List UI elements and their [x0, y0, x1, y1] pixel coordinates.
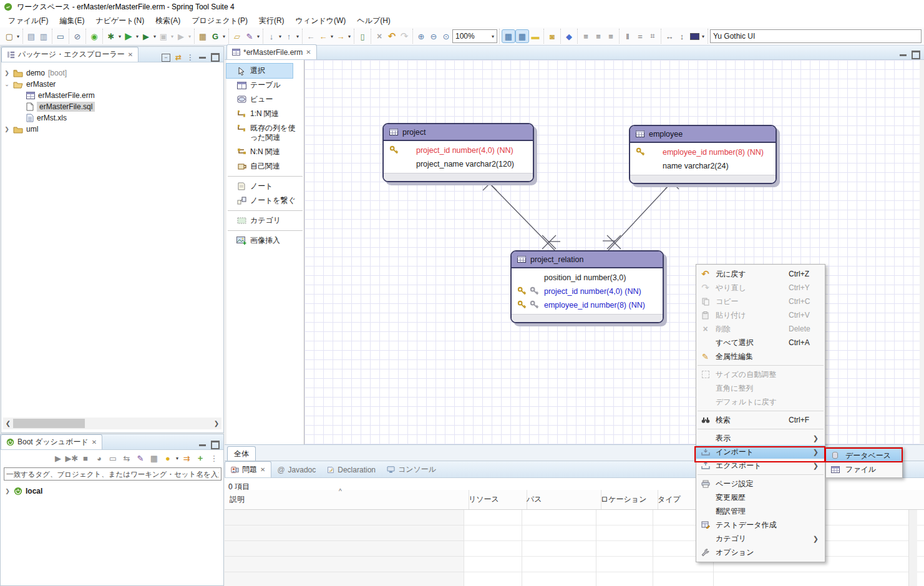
view-menu-icon[interactable]: ⋮ — [207, 452, 221, 464]
column-header-location[interactable]: ロケーション — [596, 490, 658, 509]
erd-column-row[interactable]: employee_id number(8) (NN) — [630, 145, 776, 159]
header-color-dropdown[interactable]: ▾ — [701, 34, 706, 39]
expand-arrow-icon[interactable]: ❯ — [4, 488, 11, 494]
zoom-original-icon[interactable]: ⊙ — [440, 30, 452, 42]
zoom-in-icon[interactable]: ⊕ — [415, 30, 427, 42]
prev-annotation-icon[interactable]: ← — [317, 30, 329, 42]
submenu-item-database[interactable]: データベース — [826, 449, 902, 462]
minimize-icon[interactable] — [199, 444, 206, 446]
view-menu-icon[interactable]: ⋮ — [187, 53, 194, 62]
mark-occurrences-icon[interactable]: ✎ — [243, 30, 256, 42]
boot-devtools-icon[interactable]: ◉ — [88, 30, 100, 42]
palette-insert-image-tool[interactable]: 画像挿入 — [226, 233, 304, 248]
prev-annotation-dropdown[interactable]: ▾ — [329, 34, 334, 39]
close-icon[interactable]: ✕ — [128, 51, 133, 58]
tab-boot-dashboard[interactable]: Boot ダッシュボード ✕ — [1, 434, 102, 449]
menu-item-delete[interactable]: × 削除Delete — [696, 322, 825, 336]
tree-item-ermaster[interactable]: ⌄ erMaster — [4, 79, 223, 90]
scroll-right-icon[interactable]: ❯ — [212, 420, 221, 427]
menu-item-page-setup[interactable]: ページ設定 — [696, 477, 825, 491]
export-tool-dropdown[interactable]: ▾ — [295, 34, 300, 39]
redeploy-icon[interactable]: ⇆ — [120, 452, 134, 464]
menu-item-change-history[interactable]: 変更履歴 — [696, 491, 825, 504]
align-center-icon[interactable]: ≡ — [592, 30, 605, 42]
next-annotation-icon[interactable]: → — [334, 30, 347, 42]
collapse-all-icon[interactable]: − — [162, 54, 170, 62]
collapse-arrow-icon[interactable]: ⌄ — [4, 81, 10, 87]
save-icon[interactable]: ▤ — [25, 30, 37, 42]
menu-item-paste[interactable]: 貼り付けCtrl+V — [696, 308, 825, 322]
run-last-icon[interactable]: ▶ — [175, 30, 187, 42]
submenu-item-file[interactable]: ファイル — [826, 462, 902, 476]
column-header-description[interactable]: 説明 ^ — [225, 490, 469, 509]
menu-item-search[interactable]: 検索Ctrl+F — [696, 413, 825, 427]
start-icon[interactable]: ▶ — [51, 452, 65, 464]
menu-item-export[interactable]: エクスポート❯ — [696, 459, 825, 472]
palette-category-tool[interactable]: カテゴリ — [226, 213, 304, 228]
profile-icon[interactable]: ▶ — [140, 30, 152, 42]
redo-icon[interactable]: ↷ — [398, 30, 411, 42]
erd-column-row[interactable]: name varchar2(24) — [630, 159, 776, 173]
menu-help[interactable]: ヘルプ(H) — [351, 14, 396, 28]
erd-table-project-relation-header[interactable]: project_relation — [512, 251, 663, 268]
erd-table-employee-header[interactable]: employee — [630, 126, 776, 143]
skip-breakpoints-icon[interactable]: ⊘ — [71, 30, 84, 42]
match-width-icon[interactable]: ↔ — [663, 30, 676, 42]
link-with-editor-icon[interactable]: ⇄ — [175, 53, 182, 62]
run-history-icon[interactable]: ▣ — [157, 30, 170, 42]
debug-dropdown[interactable]: ▾ — [117, 34, 122, 39]
menu-item-category[interactable]: カテゴリ❯ — [696, 532, 825, 545]
tab-ermasterfile-erm[interactable]: *erMasterFile.erm ✕ — [226, 44, 317, 59]
stop-icon[interactable]: ■ — [79, 452, 92, 464]
palette-note-connect-tool[interactable]: ノートを繋ぐ — [226, 193, 304, 208]
properties-icon[interactable]: ▦ — [147, 452, 161, 464]
mark-occurrences-dropdown[interactable]: ▾ — [256, 34, 261, 39]
new-wizard-icon[interactable]: ▢ — [3, 30, 16, 42]
font-combo[interactable]: Yu Gothic UI — [710, 29, 922, 43]
erd-column-row[interactable]: position_id number(3,0) — [512, 271, 663, 285]
erd-table-employee[interactable]: employee employee_id number(8) (NN) name… — [629, 125, 777, 184]
lightbulb-dropdown[interactable]: ▾ — [175, 456, 180, 461]
lightbulb-icon[interactable]: ● — [161, 452, 175, 464]
menu-item-show[interactable]: 表示❯ — [696, 431, 825, 445]
menu-item-options[interactable]: オプション — [696, 545, 825, 559]
column-header-path[interactable]: パス — [522, 490, 601, 509]
menu-item-edit-all-attributes[interactable]: ✎ 全属性編集 — [696, 349, 825, 363]
menu-edit[interactable]: 編集(E) — [54, 14, 90, 28]
erd-column-row[interactable]: project_name varchar2(120) — [384, 157, 533, 171]
header-color-icon[interactable] — [688, 30, 701, 42]
tab-overview[interactable]: 全体 — [227, 446, 256, 461]
menu-navigate[interactable]: ナビゲート(N) — [90, 14, 150, 28]
menu-item-redo[interactable]: ↷ やり直しCtrl+Y — [696, 281, 825, 295]
import-tool-icon[interactable]: ↓ — [265, 30, 278, 42]
match-height-icon[interactable]: ↕ — [676, 30, 688, 42]
menu-item-translation-management[interactable]: 翻訳管理 — [696, 504, 825, 518]
menu-project[interactable]: プロジェクト(P) — [186, 14, 253, 28]
tab-package-explorer[interactable]: パッケージ・エクスプローラー ✕ — [1, 47, 139, 62]
erd-column-row[interactable]: project_id number(4,0) (NN) — [384, 144, 533, 157]
edit-icon[interactable]: ✎ — [134, 452, 147, 464]
palette-nn-relation-tool[interactable]: N:N 関連 — [226, 145, 304, 159]
connect-tunnel-icon[interactable]: ⇉ — [180, 452, 193, 464]
palette-table-tool[interactable]: テーブル — [226, 78, 304, 92]
snap-to-grid-icon[interactable]: ▦ — [515, 29, 529, 43]
tree-item-demo[interactable]: ❯ demo [boot] — [4, 67, 223, 79]
scroll-left-icon[interactable]: ❮ — [3, 420, 13, 427]
menu-file[interactable]: ファイル(F) — [2, 14, 54, 28]
menu-item-reset-default[interactable]: デフォルトに戻す — [696, 395, 825, 409]
menu-item-create-test-data[interactable]: テストデータ作成 — [696, 518, 825, 532]
maximize-icon[interactable] — [912, 51, 920, 59]
next-annotation-dropdown[interactable]: ▾ — [347, 34, 352, 39]
menu-run[interactable]: 実行(R) — [253, 14, 290, 28]
align-right-icon[interactable]: ≡ — [605, 30, 617, 42]
run-icon[interactable]: ▶ — [122, 30, 135, 42]
back-icon[interactable]: ← — [304, 30, 317, 42]
erd-column-row[interactable]: employee_id number(8) (NN) — [512, 298, 663, 312]
palette-select-tool[interactable]: 選択 — [226, 64, 293, 78]
export-tool-icon[interactable]: ↑ — [283, 30, 295, 42]
maximize-icon[interactable] — [211, 441, 220, 449]
align-left-icon[interactable]: ≡ — [580, 30, 592, 42]
run-dropdown[interactable]: ▾ — [135, 34, 140, 39]
tab-declaration[interactable]: Declaration — [321, 462, 381, 477]
menu-item-import[interactable]: インポート❯ — [696, 445, 825, 459]
